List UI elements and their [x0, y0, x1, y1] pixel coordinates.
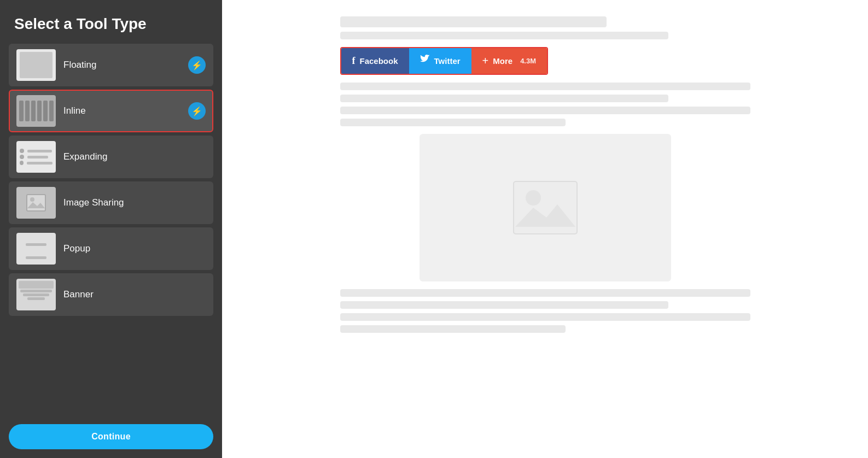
- skeleton-line-4: [340, 107, 750, 114]
- tool-list: Floating ⚡ Inline ⚡: [9, 44, 213, 415]
- tool-item-floating[interactable]: Floating ⚡: [9, 44, 213, 86]
- tool-badge-inline: ⚡: [188, 102, 206, 120]
- lightning-icon-inline: ⚡: [191, 106, 202, 116]
- tool-label-inline: Inline: [63, 105, 188, 116]
- skeleton-line-8: [340, 313, 750, 321]
- tool-label-expanding: Expanding: [63, 151, 206, 162]
- continue-button[interactable]: Continue: [9, 424, 213, 449]
- lightning-icon: ⚡: [191, 60, 202, 71]
- skeleton-top: [340, 16, 750, 39]
- twitter-label: Twitter: [434, 56, 461, 66]
- right-panel: f Facebook Twitter + More 4.3M: [222, 0, 868, 458]
- tool-item-popup[interactable]: Popup: [9, 227, 213, 270]
- preview-content: f Facebook Twitter + More 4.3M: [340, 16, 750, 333]
- facebook-label: Facebook: [360, 56, 398, 66]
- twitter-icon: [420, 55, 430, 67]
- facebook-icon: f: [352, 55, 356, 67]
- skeleton-middle: [340, 83, 750, 126]
- more-icon: +: [482, 55, 489, 67]
- skeleton-line-5: [340, 119, 566, 126]
- thumb-image-sharing: [16, 187, 56, 219]
- svg-point-1: [30, 197, 34, 202]
- skeleton-header: [340, 16, 607, 27]
- tool-item-expanding[interactable]: Expanding: [9, 136, 213, 178]
- tool-label-image-sharing: Image Sharing: [63, 197, 206, 208]
- skeleton-line-6: [340, 289, 750, 297]
- thumb-banner: [16, 279, 56, 310]
- more-label: More: [493, 56, 512, 66]
- tool-label-floating: Floating: [63, 60, 188, 71]
- svg-point-3: [526, 190, 541, 205]
- tool-item-image-sharing[interactable]: Image Sharing: [9, 181, 213, 224]
- svg-rect-0: [27, 195, 45, 211]
- skeleton-line-7: [340, 301, 668, 309]
- tool-label-popup: Popup: [63, 243, 206, 254]
- skeleton-line-3: [340, 95, 668, 102]
- thumb-expanding: [16, 141, 56, 173]
- image-placeholder: [420, 134, 671, 281]
- facebook-button[interactable]: f Facebook: [341, 48, 409, 74]
- tool-item-banner[interactable]: Banner: [9, 273, 213, 316]
- tool-item-inline[interactable]: Inline ⚡: [9, 90, 213, 132]
- panel-title: Select a Tool Type: [9, 0, 213, 44]
- skeleton-line-1: [340, 32, 668, 39]
- skeleton-line-9: [340, 325, 566, 333]
- social-share-bar: f Facebook Twitter + More 4.3M: [340, 47, 549, 75]
- more-button[interactable]: + More 4.3M: [471, 48, 547, 74]
- twitter-button[interactable]: Twitter: [409, 48, 471, 74]
- thumb-popup: [16, 233, 56, 265]
- skeleton-bottom: [340, 289, 750, 333]
- tool-badge-floating: ⚡: [188, 56, 206, 74]
- skeleton-line-2: [340, 83, 750, 90]
- more-count: 4.3M: [520, 57, 536, 65]
- thumb-inline: [16, 95, 56, 127]
- tool-label-banner: Banner: [63, 289, 206, 300]
- left-panel: Select a Tool Type Floating ⚡ Inline: [0, 0, 222, 458]
- thumb-floating: [16, 49, 56, 81]
